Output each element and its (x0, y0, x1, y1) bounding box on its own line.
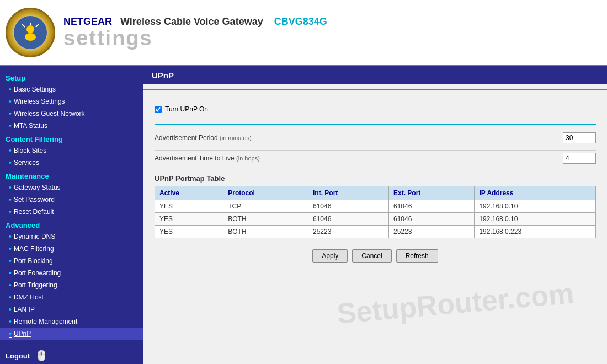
cell-ext_port: 25223 (389, 226, 475, 238)
sidebar-item-dmz-host[interactable]: • DMZ Host (0, 291, 143, 303)
sidebar-label: Reset Default (14, 208, 54, 216)
svg-point-1 (25, 33, 36, 41)
table-row: YESBOTH6104661046192.168.0.10 (155, 213, 596, 226)
sidebar-item-remote-management[interactable]: • Remote Management (0, 315, 143, 328)
col-int-port: Int. Port (308, 186, 389, 200)
portmap-title: UPnP Portmap Table (155, 174, 596, 183)
logo-inner (14, 16, 47, 49)
bullet-icon: • (9, 256, 12, 265)
cell-ip: 192.168.0.10 (475, 213, 596, 226)
upnp-toggle-row: Turn UPnP On (155, 103, 596, 116)
svg-line-2 (22, 24, 25, 27)
sidebar-item-gateway-status[interactable]: • Gateway Status (0, 181, 143, 194)
cancel-button[interactable]: Cancel (352, 249, 391, 263)
sidebar-item-dynamic-dns[interactable]: • Dynamic DNS (0, 231, 143, 243)
ad-ttl-label: Advertisement Time to Live (in hops) (155, 154, 563, 162)
header-subtitle: Wireless Cable Voice Gateway (120, 16, 263, 27)
cell-int_port: 61046 (308, 213, 389, 226)
button-row: Apply Cancel Refresh (155, 249, 596, 263)
sidebar-label: Basic Settings (14, 85, 56, 93)
sidebar-item-reset-default[interactable]: • Reset Default (0, 206, 143, 218)
bullet-icon: • (9, 207, 12, 216)
sidebar-label: UPnP (14, 330, 31, 338)
col-ip-address: IP Address (475, 186, 596, 200)
cell-ext_port: 61046 (389, 200, 475, 213)
sidebar-label: Port Blocking (14, 257, 53, 265)
sidebar-item-services[interactable]: • Services (0, 157, 143, 169)
sidebar-label: LAN IP (14, 306, 35, 313)
sidebar-item-port-triggering[interactable]: • Port Triggering (0, 279, 143, 291)
header-title: NETGEAR Wireless Cable Voice Gateway CBV… (63, 16, 327, 28)
sidebar-item-block-sites[interactable]: • Block Sites (0, 144, 143, 157)
sidebar-label: Wireless Guest Network (14, 110, 85, 117)
cell-active: YES (155, 213, 223, 226)
ad-period-row: Advertisement Period (in minutes) (155, 130, 596, 146)
sidebar-item-lan-ip[interactable]: • LAN IP (0, 303, 143, 315)
header-divider (143, 89, 607, 90)
logout-button[interactable]: Logout 🖱️ (0, 344, 143, 364)
sidebar-label: MAC Filtering (14, 245, 54, 253)
upnp-toggle-label[interactable]: Turn UPnP On (165, 105, 208, 113)
ad-period-input[interactable] (563, 132, 596, 143)
sidebar-label: Remote Management (14, 318, 77, 325)
bullet-icon: • (9, 85, 12, 94)
portmap-tbody: YESTCP6104661046192.168.0.10YESBOTH61046… (155, 200, 596, 238)
sidebar-section-setup: Setup (0, 71, 143, 83)
bullet-icon: • (9, 232, 12, 241)
sidebar-label: Gateway Status (14, 184, 61, 191)
sidebar-label: Port Forwarding (14, 269, 61, 277)
col-ext-port: Ext. Port (389, 186, 475, 200)
sidebar-item-port-blocking[interactable]: • Port Blocking (0, 255, 143, 267)
header: NETGEAR Wireless Cable Voice Gateway CBV… (0, 0, 607, 66)
bullet-icon: • (9, 281, 12, 290)
sidebar-label: Dynamic DNS (14, 233, 55, 240)
upnp-checkbox[interactable] (155, 106, 162, 113)
sidebar-item-mac-filtering[interactable]: • MAC Filtering (0, 243, 143, 255)
bullet-icon: • (9, 146, 12, 155)
watermark: SetupRouter.com (336, 276, 575, 330)
sidebar-label: Port Triggering (14, 281, 57, 289)
sidebar-item-set-password[interactable]: • Set Password (0, 194, 143, 206)
ad-ttl-input[interactable] (563, 153, 596, 164)
cell-ip: 192.168.0.10 (475, 200, 596, 213)
sidebar-item-port-forwarding[interactable]: • Port Forwarding (0, 267, 143, 279)
sidebar-item-basic-settings[interactable]: • Basic Settings (0, 83, 143, 95)
cell-int_port: 25223 (308, 226, 389, 238)
sidebar-item-wireless-guest[interactable]: • Wireless Guest Network (0, 108, 143, 120)
bullet-icon: • (9, 158, 12, 167)
bullet-icon: • (9, 317, 12, 326)
svg-point-0 (26, 25, 34, 33)
sidebar-label: DMZ Host (14, 293, 44, 301)
cell-active: YES (155, 226, 223, 238)
ad-ttl-row: Advertisement Time to Live (in hops) (155, 150, 596, 166)
cell-protocol: BOTH (223, 226, 308, 238)
form-divider (155, 124, 596, 125)
header-text: NETGEAR Wireless Cable Voice Gateway CBV… (63, 16, 327, 49)
cell-ip: 192.168.0.223 (475, 226, 596, 238)
bullet-icon: • (9, 244, 12, 253)
logout-icon: 🖱️ (35, 350, 47, 362)
col-protocol: Protocol (223, 186, 308, 200)
logout-label: Logout (6, 352, 30, 360)
cell-active: YES (155, 200, 223, 213)
netgear-logo (6, 8, 55, 57)
bullet-icon: • (9, 121, 12, 130)
page-title: UPnP (143, 66, 607, 84)
cell-ext_port: 61046 (389, 213, 475, 226)
bullet-icon: • (9, 329, 12, 338)
sidebar-item-wireless-settings[interactable]: • Wireless Settings (0, 95, 143, 108)
cell-protocol: TCP (223, 200, 308, 213)
ad-period-label: Advertisement Period (in minutes) (155, 134, 563, 142)
refresh-button[interactable]: Refresh (396, 249, 438, 263)
cell-int_port: 61046 (308, 200, 389, 213)
model-number: CBVG834G (274, 16, 327, 27)
sidebar-label: MTA Status (14, 122, 47, 130)
sidebar-item-upnp[interactable]: • UPnP (0, 328, 143, 340)
portmap-section: UPnP Portmap Table Active Protocol Int. … (155, 174, 596, 238)
layout: Setup • Basic Settings • Wireless Settin… (0, 66, 607, 364)
apply-button[interactable]: Apply (312, 249, 348, 263)
sidebar-section-advanced: Advanced (0, 218, 143, 231)
sidebar-item-mta-status[interactable]: • MTA Status (0, 120, 143, 132)
bullet-icon: • (9, 109, 12, 118)
brand-name: NETGEAR (63, 16, 112, 27)
